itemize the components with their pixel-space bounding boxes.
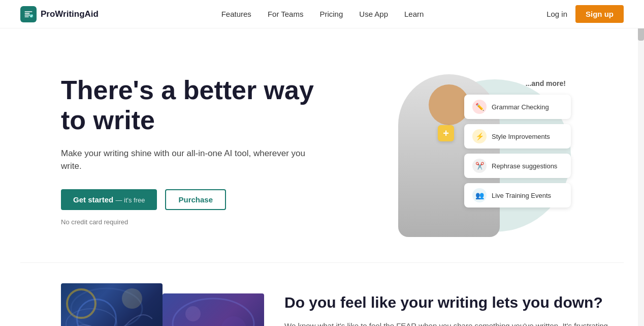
- section-two-right: Do you feel like your writing lets you d…: [284, 283, 624, 326]
- login-button[interactable]: Log in: [546, 10, 567, 18]
- feature-card-training: 👥 Live Training Events: [464, 183, 571, 208]
- hero-note: No credit card required: [61, 218, 325, 226]
- nav-for-teams[interactable]: For Teams: [268, 10, 304, 18]
- section-two: My idea in my head Do you feel like your…: [0, 263, 644, 326]
- navbar: ProWritingAid Features For Teams Pricing…: [0, 0, 644, 28]
- section-two-title: Do you feel like your writing lets you d…: [284, 293, 624, 312]
- hero-section: There's a better way to write Make your …: [0, 28, 644, 262]
- rephrase-icon: ✂️: [472, 159, 487, 173]
- nav-links: Features For Teams Pricing Use App Learn: [221, 10, 424, 19]
- plus-badge: +: [438, 125, 454, 141]
- brand-name: ProWritingAid: [41, 9, 99, 19]
- hero-subtitle: Make your writing shine with our all-in-…: [61, 147, 325, 173]
- person-head: [429, 84, 469, 125]
- grammar-label: Grammar Checking: [492, 103, 549, 111]
- hero-right: + ...and more! ✏️ Grammar Checking ⚡ Sty…: [325, 59, 624, 242]
- purchase-button[interactable]: Purchase: [165, 189, 226, 210]
- rephrase-label: Rephrase suggestions: [492, 162, 557, 170]
- get-started-button[interactable]: Get started — it's free: [61, 189, 157, 210]
- section-two-left: My idea in my head: [61, 283, 254, 326]
- signup-button[interactable]: Sign up: [575, 5, 624, 23]
- logo-svg: [23, 9, 34, 19]
- hero-title: There's a better way to write: [61, 75, 325, 134]
- and-more-label: ...and more!: [526, 79, 566, 87]
- grammar-icon: ✏️: [472, 100, 487, 114]
- hero-left: There's a better way to write Make your …: [61, 75, 325, 225]
- training-label: Live Training Events: [492, 192, 551, 199]
- painting-bg: [61, 283, 163, 326]
- nav-learn[interactable]: Learn: [404, 10, 424, 18]
- hero-illustration: + ...and more! ✏️ Grammar Checking ⚡ Sty…: [378, 64, 571, 237]
- logo-icon: [20, 6, 37, 22]
- painting-overlay: [163, 293, 264, 326]
- scrollbar-track[interactable]: [638, 0, 644, 326]
- feature-card-grammar: ✏️ Grammar Checking: [464, 95, 571, 119]
- svg-point-5: [185, 306, 201, 321]
- style-icon: ⚡: [472, 129, 487, 143]
- section-two-text: We know what it's like to feel the FEAR …: [284, 320, 624, 326]
- nav-features[interactable]: Features: [221, 10, 251, 18]
- svg-point-3: [122, 288, 142, 309]
- nav-use-app[interactable]: Use App: [359, 10, 388, 18]
- nav-actions: Log in Sign up: [546, 5, 624, 23]
- brand-logo[interactable]: ProWritingAid: [20, 6, 99, 22]
- overlay-svg: [163, 293, 264, 326]
- feature-card-rephrase: ✂️ Rephrase suggestions: [464, 154, 571, 178]
- painting-images: My idea in my head: [61, 283, 254, 326]
- painting-svg: [61, 283, 152, 326]
- feature-cards: ✏️ Grammar Checking ⚡ Style Improvements…: [464, 95, 571, 208]
- training-icon: 👥: [472, 188, 487, 202]
- svg-point-6: [221, 316, 246, 326]
- feature-card-style: ⚡ Style Improvements: [464, 124, 571, 149]
- hero-buttons: Get started — it's free Purchase: [61, 189, 325, 210]
- style-label: Style Improvements: [492, 133, 550, 140]
- nav-pricing[interactable]: Pricing: [319, 10, 343, 18]
